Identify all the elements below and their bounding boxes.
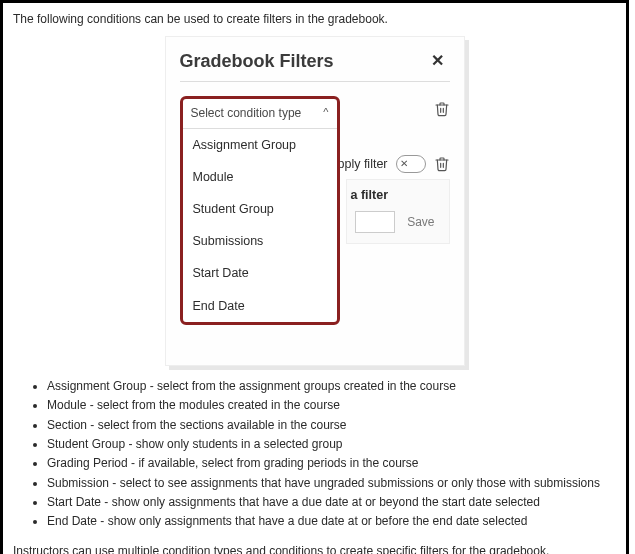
- apply-filter-row: Apply filter ✕: [329, 155, 449, 173]
- list-item: Student Group - show only students in a …: [47, 436, 616, 453]
- dropdown-option-student-group[interactable]: Student Group: [183, 193, 337, 225]
- filter-name-label: a filter: [351, 186, 441, 204]
- filter-name-section: a filter Save: [346, 179, 450, 243]
- filter-input-row: Save: [355, 211, 441, 233]
- save-button[interactable]: Save: [401, 214, 440, 230]
- list-item: Submission - select to see assignments t…: [47, 475, 616, 492]
- gradebook-filters-panel: Gradebook Filters ✕ Select condition typ…: [165, 36, 465, 365]
- condition-type-dropdown[interactable]: Select condition type ^ Assignment Group…: [180, 96, 340, 325]
- list-item: Assignment Group - select from the assig…: [47, 378, 616, 395]
- screenshot-wrap: Gradebook Filters ✕ Select condition typ…: [13, 36, 616, 365]
- list-item: Grading Period - if available, select fr…: [47, 455, 616, 472]
- dropdown-option-submissions[interactable]: Submissions: [183, 225, 337, 257]
- paragraph-multiple-conditions: Instructors can use multiple condition t…: [13, 543, 616, 554]
- filter-name-input[interactable]: [355, 211, 396, 233]
- dropdown-placeholder: Select condition type: [191, 105, 302, 122]
- dropdown-option-start-date[interactable]: Start Date: [183, 257, 337, 289]
- dropdown-option-module[interactable]: Module: [183, 161, 337, 193]
- delete-condition-icon[interactable]: [434, 100, 450, 118]
- panel-title: Gradebook Filters: [180, 48, 334, 74]
- title-divider: [180, 81, 450, 82]
- panel-header: Gradebook Filters ✕: [180, 47, 450, 74]
- dropdown-trigger[interactable]: Select condition type ^: [183, 99, 337, 129]
- intro-text: The following conditions can be used to …: [13, 11, 616, 28]
- apply-filter-toggle[interactable]: ✕: [396, 155, 426, 173]
- toggle-knob-off-icon: ✕: [397, 157, 411, 171]
- list-item: Section - select from the sections avail…: [47, 417, 616, 434]
- close-icon[interactable]: ✕: [425, 47, 450, 74]
- list-item: End Date - show only assignments that ha…: [47, 513, 616, 530]
- delete-filter-icon[interactable]: [434, 155, 450, 173]
- dropdown-option-assignment-group[interactable]: Assignment Group: [183, 129, 337, 161]
- list-item: Module - select from the modules created…: [47, 397, 616, 414]
- document-frame: The following conditions can be used to …: [0, 0, 629, 554]
- conditions-bullet-list: Assignment Group - select from the assig…: [13, 378, 616, 531]
- dropdown-option-end-date[interactable]: End Date: [183, 290, 337, 322]
- list-item: Start Date - show only assignments that …: [47, 494, 616, 511]
- chevron-up-icon: ^: [323, 105, 328, 121]
